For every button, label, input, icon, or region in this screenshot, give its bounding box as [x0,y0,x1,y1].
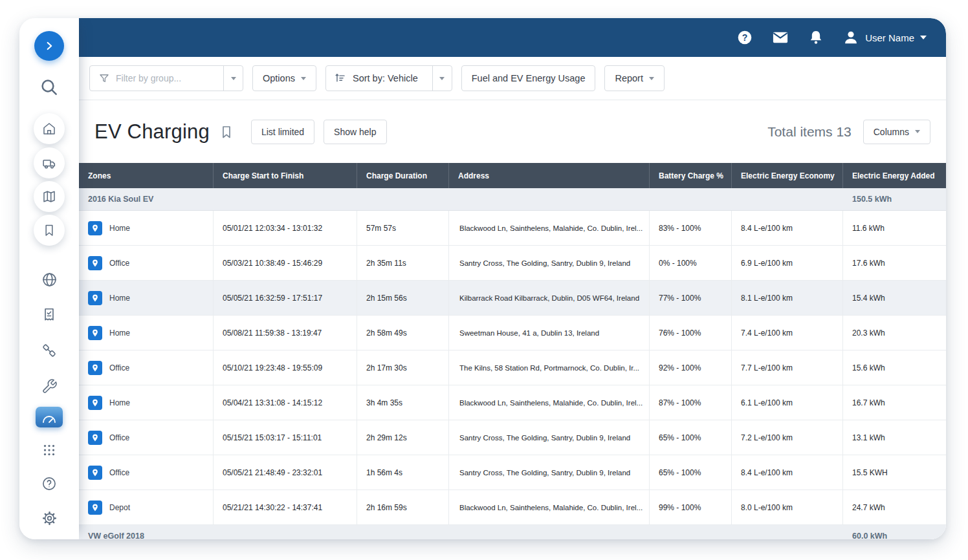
list-limited-label: List limited [261,127,304,137]
cell-economy: 6.1 L-e/100 km [732,385,843,420]
cell-economy: 8.0 L-e/100 km [732,490,843,524]
sidebar [19,18,79,539]
columns-button[interactable]: Columns [863,120,930,144]
sidebar-item-connections[interactable] [34,335,65,366]
filter-by-group-control[interactable] [89,65,243,91]
column-header[interactable]: Charge Start to Finish [214,163,357,188]
messages-button[interactable] [771,28,789,47]
map-icon [34,181,65,212]
cell-energy: 16.7 kWh [843,385,946,420]
cell-address: Santry Cross, The Golding, Santry, Dubli… [449,246,650,280]
group-energy: 60.0 kWh [843,525,946,539]
sidebar-item-apps[interactable] [34,435,65,466]
sidebar-item-vehicles[interactable] [34,147,65,178]
report-label: Report [615,73,643,83]
cell-economy: 7.4 L-e/100 km [732,316,843,350]
sort-by-control[interactable]: Sort by: Vehicle [325,65,452,91]
show-help-label: Show help [334,127,376,137]
cell-economy: 6.9 L-e/100 km [732,246,843,280]
column-header[interactable]: Address [449,163,650,188]
sidebar-item-reports[interactable] [34,299,65,330]
cell-start-finish: 05/08/21 11:59:38 - 13:19:47 [214,316,357,350]
column-header[interactable]: Battery Charge % [650,163,732,188]
user-menu[interactable]: User Name [842,29,927,46]
chevron-down-icon [915,130,920,133]
sidebar-item-bookmarks[interactable] [34,215,65,246]
list-limited-button[interactable]: List limited [251,120,314,144]
zone-pin-icon [88,466,102,480]
table-row[interactable]: Home 05/01/21 12:03:34 - 13:01:32 57m 57… [79,211,946,246]
cell-economy: 7.7 L-e/100 km [732,350,843,385]
table-row[interactable]: Home 05/08/21 11:59:38 - 13:19:47 2h 58m… [79,316,946,350]
chevron-right-icon [34,31,64,61]
search-icon [39,77,60,98]
table-row[interactable]: Home 05/05/21 16:32:59 - 17:51:17 2h 15m… [79,281,946,316]
table-header-row: ZonesCharge Start to FinishCharge Durati… [79,163,946,188]
help-button[interactable]: ? [736,29,753,46]
sidebar-item-maintenance[interactable] [34,371,65,402]
cell-zone: Office [79,350,214,385]
svg-text:?: ? [742,32,748,43]
cell-zone: Office [79,420,214,455]
table-body: 2016 Kia Soul EV 150.5 kWh Home 05/01/21… [79,188,946,539]
show-help-button[interactable]: Show help [324,120,386,144]
table-row[interactable]: Office 05/15/21 15:03:17 - 15:11:01 2h 2… [79,420,946,455]
cell-address: Kilbarrack Road Kilbarrack, Dublin, D05 … [449,281,650,315]
table-row[interactable]: Depot 05/21/21 14:30:22 - 14:37:41 2h 16… [79,490,946,525]
user-avatar-icon [842,29,859,46]
report-button[interactable]: Report [604,65,665,91]
zone-label: Depot [109,503,130,512]
column-header[interactable]: Electric Energy Economy [732,163,843,188]
sidebar-item-search[interactable] [34,72,65,103]
cell-zone: Home [79,211,214,245]
cell-address: Santry Cross, The Golding, Santry, Dubli… [449,420,650,455]
main-area: ? User Name [79,18,946,539]
cell-address: Blackwood Ln, Sainthelens, Malahide, Co.… [449,385,650,420]
cell-duration: 2h 17m 30s [357,350,449,385]
sidebar-item-dashboard[interactable] [34,402,65,433]
zone-pin-icon [88,326,102,340]
bookmark-page-button[interactable] [219,124,234,140]
zone-pin-icon [88,431,102,445]
cell-duration: 2h 16m 59s [357,490,449,524]
sidebar-item-globe[interactable] [34,264,65,295]
group-row[interactable]: VW eGolf 2018 60.0 kWh [79,525,946,539]
sidebar-item-settings[interactable] [34,502,65,533]
filter-dropdown-caret[interactable] [223,66,243,91]
group-row[interactable]: 2016 Kia Soul EV 150.5 kWh [79,188,946,211]
cell-duration: 2h 35m 11s [357,246,449,280]
cell-zone: Office [79,455,214,490]
home-icon [34,113,65,144]
zone-label: Home [109,224,130,233]
column-header[interactable]: Electric Energy Added [843,163,946,188]
cell-address: Blackwood Ln, Sainthelens, Malahide, Co.… [449,490,650,524]
cell-start-finish: 05/04/21 13:31:08 - 14:15:12 [214,385,357,420]
sidebar-expand-button[interactable] [34,30,65,61]
notifications-bell-button[interactable] [808,29,824,46]
chevron-down-icon [649,77,654,80]
cell-address: Sweetman House, 41 a, Dublin 13, Ireland [449,316,650,350]
cell-zone: Home [79,281,214,315]
chevron-down-icon [439,77,445,80]
group-name: 2016 Kia Soul EV [79,188,650,210]
column-header[interactable]: Charge Duration [357,163,449,188]
filter-by-group-input[interactable] [116,73,209,83]
zone-label: Office [109,468,129,477]
receipt-icon [41,307,58,323]
sidebar-item-home[interactable] [34,113,65,144]
sidebar-item-help[interactable] [34,468,65,499]
zone-label: Home [109,398,130,407]
table-row[interactable]: Office 05/05/21 21:48:49 - 23:32:01 1h 5… [79,455,946,490]
options-button[interactable]: Options [252,65,316,91]
sort-dropdown-caret[interactable] [432,66,452,91]
table-row[interactable]: Office 05/10/21 19:23:48 - 19:55:09 2h 1… [79,350,946,385]
group-energy: 150.5 kWh [843,188,946,210]
cell-duration: 1h 56m 4s [357,455,449,490]
column-header[interactable]: Zones [79,163,214,188]
zone-label: Home [109,328,130,338]
fuel-ev-energy-usage-button[interactable]: Fuel and EV Energy Usage [461,65,596,91]
table-row[interactable]: Home 05/04/21 13:31:08 - 14:15:12 3h 4m … [79,385,946,420]
table-row[interactable]: Office 05/03/21 10:38:49 - 15:46:29 2h 3… [79,246,946,281]
toolbar: Options Sort by: Vehicle Fuel and EV Ene… [79,57,946,100]
sidebar-item-map[interactable] [34,181,65,212]
